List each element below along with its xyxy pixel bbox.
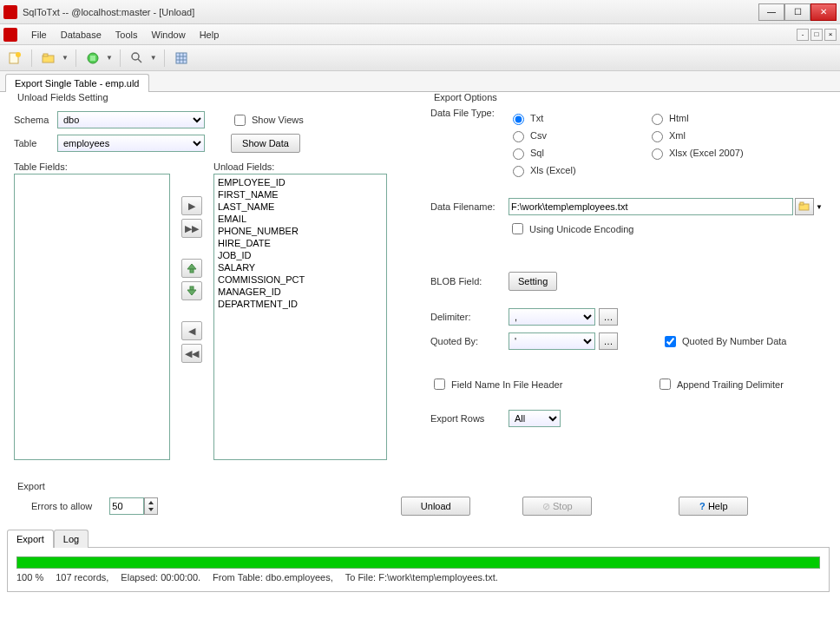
remove-all-button[interactable]: ◀◀ bbox=[181, 344, 202, 363]
menu-window[interactable]: Window bbox=[145, 30, 193, 40]
dropdown-arrow-icon[interactable]: ▼ bbox=[62, 54, 69, 62]
unicode-checkbox[interactable] bbox=[512, 223, 523, 234]
list-item[interactable]: EMAIL bbox=[216, 213, 384, 225]
status-bar: 100 % 107 records, Elapsed: 00:00:00. Fr… bbox=[16, 572, 820, 583]
add-all-button[interactable]: ▶▶ bbox=[181, 219, 202, 238]
status-elapsed: Elapsed: 00:00:00. bbox=[121, 572, 200, 583]
list-item[interactable]: HIRE_DATE bbox=[216, 237, 384, 249]
mdi-close-button[interactable]: × bbox=[824, 29, 837, 41]
filetype-html-radio[interactable] bbox=[652, 114, 663, 125]
errors-spinner[interactable] bbox=[144, 497, 158, 515]
move-up-button[interactable] bbox=[181, 259, 202, 278]
field-header-checkbox[interactable] bbox=[434, 379, 445, 390]
quoted-more-button[interactable]: … bbox=[599, 332, 618, 350]
list-item[interactable]: FIRST_NAME bbox=[216, 188, 384, 201]
maximize-button[interactable]: ☐ bbox=[784, 3, 810, 21]
show-data-button[interactable]: Show Data bbox=[231, 134, 300, 153]
svg-point-1 bbox=[16, 52, 21, 57]
svg-rect-3 bbox=[43, 54, 48, 56]
toolbar-open-icon[interactable] bbox=[39, 49, 58, 68]
app-icon-small bbox=[3, 28, 17, 42]
export-legend: Export bbox=[14, 481, 49, 491]
browse-file-button[interactable] bbox=[795, 198, 814, 215]
menu-file[interactable]: File bbox=[24, 30, 54, 40]
list-item[interactable]: JOB_ID bbox=[216, 249, 384, 261]
filename-input[interactable] bbox=[509, 198, 793, 215]
table-fields-listbox[interactable] bbox=[14, 174, 170, 460]
dropdown-arrow-icon[interactable]: ▼ bbox=[150, 54, 157, 62]
mdi-restore-button[interactable]: □ bbox=[810, 29, 823, 41]
title-bar: SqlToTxt -- @localhost:master - [Unload]… bbox=[0, 0, 840, 24]
unload-button[interactable]: Unload bbox=[401, 497, 470, 516]
svg-marker-19 bbox=[148, 501, 154, 504]
delimiter-select[interactable]: , bbox=[509, 308, 595, 326]
filetype-xls-radio[interactable] bbox=[513, 166, 524, 177]
table-select[interactable]: employees bbox=[57, 135, 205, 152]
export-options-legend: Export Options bbox=[430, 92, 501, 102]
add-field-button[interactable]: ▶ bbox=[181, 196, 202, 215]
toolbar-grid-icon[interactable] bbox=[172, 49, 191, 68]
svg-marker-16 bbox=[187, 290, 196, 295]
svg-rect-15 bbox=[190, 286, 194, 290]
close-button[interactable]: ✕ bbox=[810, 3, 837, 21]
list-item[interactable]: DEPARTMENT_ID bbox=[216, 298, 384, 310]
toolbar: ▼ ▼ ▼ bbox=[0, 45, 840, 71]
list-item[interactable]: SALARY bbox=[216, 261, 384, 273]
dropdown-arrow-icon[interactable]: ▼ bbox=[106, 54, 113, 62]
unload-fields-legend: Unload Fields Setting bbox=[14, 92, 112, 102]
menu-bar: File Database Tools Window Help - □ × bbox=[0, 24, 840, 45]
tab-log[interactable]: Log bbox=[54, 530, 89, 548]
filetype-html-label: Html bbox=[669, 113, 689, 123]
filetype-xlsx-label: Xlsx (Excel 2007) bbox=[669, 148, 744, 158]
document-tab[interactable]: Export Single Table - emp.uld bbox=[5, 74, 149, 92]
filename-label: Data Filename: bbox=[430, 201, 509, 212]
stop-button[interactable]: ⊘ Stop bbox=[522, 497, 592, 516]
unload-fields-label: Unload Fields: bbox=[213, 161, 274, 172]
menu-database[interactable]: Database bbox=[54, 30, 108, 40]
toolbar-db-icon[interactable] bbox=[83, 49, 102, 68]
tab-export[interactable]: Export bbox=[7, 530, 54, 548]
quoted-select[interactable]: ' bbox=[509, 332, 595, 350]
field-header-label: Field Name In File Header bbox=[451, 379, 562, 390]
filetype-xls-label: Xls (Excel) bbox=[530, 165, 576, 175]
filetype-xml-label: Xml bbox=[669, 130, 686, 141]
menu-tools[interactable]: Tools bbox=[108, 30, 145, 40]
export-group: Export Errors to allow Unload ⊘ Stop ? H… bbox=[7, 481, 830, 523]
filetype-txt-radio[interactable] bbox=[513, 114, 524, 125]
list-item[interactable]: MANAGER_ID bbox=[216, 286, 384, 298]
unload-fields-listbox[interactable]: EMPLOYEE_IDFIRST_NAMELAST_NAMEEMAILPHONE… bbox=[213, 174, 387, 460]
list-item[interactable]: LAST_NAME bbox=[216, 201, 384, 213]
schema-select[interactable]: dbo bbox=[57, 111, 205, 128]
filetype-label: Data File Type: bbox=[430, 108, 509, 181]
list-item[interactable]: EMPLOYEE_ID bbox=[216, 176, 384, 188]
svg-marker-13 bbox=[187, 264, 196, 269]
remove-field-button[interactable]: ◀ bbox=[181, 321, 202, 340]
list-item[interactable]: COMMISSION_PCT bbox=[216, 273, 384, 286]
append-delimiter-checkbox[interactable] bbox=[660, 379, 671, 390]
list-item[interactable]: PHONE_NUMBER bbox=[216, 225, 384, 237]
filetype-csv-radio[interactable] bbox=[513, 131, 524, 142]
toolbar-search-icon[interactable] bbox=[128, 49, 147, 68]
quoted-number-checkbox[interactable] bbox=[665, 336, 676, 347]
mdi-minimize-button[interactable]: - bbox=[797, 29, 809, 41]
progress-bar bbox=[16, 556, 820, 569]
blob-setting-button[interactable]: Setting bbox=[509, 272, 557, 291]
filetype-xml-radio[interactable] bbox=[652, 131, 663, 142]
menu-help[interactable]: Help bbox=[193, 30, 226, 40]
filetype-xlsx-radio[interactable] bbox=[652, 148, 663, 160]
minimize-button[interactable]: — bbox=[758, 3, 784, 21]
errors-input[interactable] bbox=[109, 497, 144, 515]
filetype-sql-radio[interactable] bbox=[513, 148, 524, 160]
delimiter-more-button[interactable]: … bbox=[599, 308, 618, 326]
export-options-group: Export Options Data File Type: Txt Csv S… bbox=[423, 92, 830, 472]
status-to: To File: F:\work\temp\employees.txt. bbox=[345, 572, 498, 583]
move-down-button[interactable] bbox=[181, 281, 202, 300]
help-button[interactable]: ? Help bbox=[679, 497, 748, 516]
filename-dropdown-icon[interactable]: ▼ bbox=[816, 203, 823, 211]
app-icon bbox=[3, 5, 17, 19]
filetype-sql-label: Sql bbox=[530, 148, 544, 158]
toolbar-new-icon[interactable] bbox=[5, 49, 24, 68]
svg-rect-5 bbox=[90, 56, 95, 61]
export-rows-select[interactable]: All bbox=[509, 410, 561, 427]
show-views-checkbox[interactable] bbox=[234, 115, 246, 126]
